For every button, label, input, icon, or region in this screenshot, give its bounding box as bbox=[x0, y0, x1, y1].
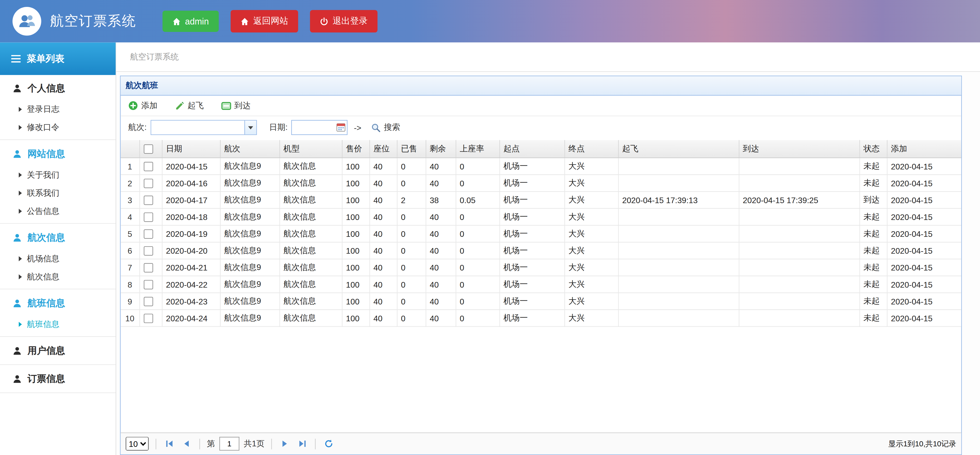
sidebar-divider bbox=[0, 336, 116, 337]
column-header[interactable]: 已售 bbox=[397, 140, 426, 158]
row-checkbox[interactable] bbox=[143, 229, 153, 239]
select-all-checkbox[interactable] bbox=[143, 145, 153, 154]
add-button[interactable]: 添加 bbox=[128, 100, 158, 111]
next-page-button[interactable] bbox=[279, 438, 291, 450]
voyage-select[interactable] bbox=[150, 120, 256, 135]
row-checkbox[interactable] bbox=[143, 297, 153, 306]
column-header[interactable]: 到达 bbox=[739, 140, 859, 158]
takeoff-button[interactable]: 起飞 bbox=[175, 100, 204, 111]
sidebar-section[interactable]: 订票信息 bbox=[0, 368, 116, 389]
search-button[interactable]: 搜索 bbox=[371, 122, 400, 133]
row-number-cell: 9 bbox=[121, 293, 139, 310]
cell-sold: 0 bbox=[397, 242, 426, 259]
cell-remain: 40 bbox=[426, 242, 456, 259]
cell-voyage: 航次信息9 bbox=[220, 293, 280, 310]
row-checkbox[interactable] bbox=[143, 313, 153, 323]
column-header[interactable]: 机型 bbox=[280, 140, 342, 158]
cell-origin: 机场一 bbox=[500, 192, 565, 208]
sidebar-item[interactable]: 登录日志 bbox=[0, 100, 116, 118]
row-checkbox[interactable] bbox=[143, 246, 153, 256]
app-window: 航空订票系统 admin 返回网站 退出登录 菜单列表 个人信息 bbox=[0, 0, 980, 455]
top-bar: 航空订票系统 admin 返回网站 退出登录 bbox=[0, 0, 980, 43]
cell-origin: 机场一 bbox=[500, 293, 565, 310]
triangle-icon bbox=[19, 256, 22, 261]
sidebar-section[interactable]: 网站信息 bbox=[0, 143, 116, 164]
filter-bar: 航次: 日期: -> bbox=[121, 116, 961, 140]
refresh-button[interactable] bbox=[323, 438, 335, 450]
calendar-icon[interactable] bbox=[336, 123, 346, 132]
row-checkbox[interactable] bbox=[143, 213, 153, 222]
sidebar-section[interactable]: 航班信息 bbox=[0, 293, 116, 313]
last-page-button[interactable] bbox=[296, 438, 308, 450]
cell-dest: 大兴 bbox=[564, 225, 618, 242]
cell-remain: 40 bbox=[426, 276, 456, 293]
row-checkbox[interactable] bbox=[143, 263, 153, 272]
back-to-site-button[interactable]: 返回网站 bbox=[231, 10, 298, 32]
cell-seats: 40 bbox=[369, 192, 397, 208]
table-row[interactable]: 92020-04-23航次信息9航次信息100400400机场一大兴未起2020… bbox=[121, 293, 961, 310]
sidebar-item[interactable]: 公告信息 bbox=[0, 202, 116, 220]
cell-date: 2020-04-19 bbox=[162, 225, 220, 242]
column-header[interactable]: 上座率 bbox=[455, 140, 499, 158]
person-icon bbox=[13, 233, 22, 242]
cell-date: 2020-04-20 bbox=[162, 242, 220, 259]
cell-added: 2020-04-15 bbox=[887, 276, 961, 293]
sidebar-item[interactable]: 航班信息 bbox=[0, 315, 116, 333]
admin-button[interactable]: admin bbox=[162, 11, 219, 32]
row-checkbox[interactable] bbox=[143, 179, 153, 188]
column-header[interactable]: 终点 bbox=[564, 140, 618, 158]
cell-voyage: 航次信息9 bbox=[220, 225, 280, 242]
row-checkbox-cell bbox=[139, 242, 162, 259]
arrive-button[interactable]: 到达 bbox=[221, 100, 251, 111]
combo-arrow-button[interactable] bbox=[244, 121, 256, 135]
triangle-icon bbox=[19, 107, 22, 112]
sidebar-item[interactable]: 联系我们 bbox=[0, 184, 116, 202]
table-row[interactable]: 52020-04-19航次信息9航次信息100400400机场一大兴未起2020… bbox=[121, 225, 961, 242]
cell-model: 航次信息 bbox=[280, 225, 342, 242]
column-header[interactable]: 状态 bbox=[859, 140, 887, 158]
first-page-button[interactable] bbox=[163, 438, 176, 450]
sidebar-section[interactable]: 航次信息 bbox=[0, 227, 116, 248]
sidebar-section[interactable]: 个人信息 bbox=[0, 78, 116, 99]
table-row[interactable]: 42020-04-18航次信息9航次信息100400400机场一大兴未起2020… bbox=[121, 208, 961, 225]
column-header[interactable]: 日期 bbox=[162, 140, 220, 158]
cell-takeoff bbox=[618, 276, 739, 293]
row-checkbox[interactable] bbox=[143, 162, 153, 171]
table-row[interactable]: 22020-04-16航次信息9航次信息100400400机场一大兴未起2020… bbox=[121, 175, 961, 191]
row-number-cell: 10 bbox=[121, 310, 139, 326]
table-row[interactable]: 12020-04-15航次信息9航次信息100400400机场一大兴未起2020… bbox=[121, 158, 961, 175]
column-header[interactable]: 起点 bbox=[500, 140, 565, 158]
sidebar-item[interactable]: 机场信息 bbox=[0, 249, 116, 267]
row-number-cell: 7 bbox=[121, 259, 139, 276]
column-header[interactable]: 剩余 bbox=[426, 140, 456, 158]
table-row[interactable]: 32020-04-17航次信息9航次信息100402380.05机场一大兴202… bbox=[121, 192, 961, 208]
voyage-select-input[interactable] bbox=[151, 121, 244, 135]
column-header[interactable]: 售价 bbox=[342, 140, 369, 158]
column-header[interactable]: 座位 bbox=[369, 140, 397, 158]
table-row[interactable]: 72020-04-21航次信息9航次信息100400400机场一大兴未起2020… bbox=[121, 259, 961, 276]
sidebar-item-label: 航班信息 bbox=[27, 318, 59, 330]
sidebar-item[interactable]: 航次信息 bbox=[0, 267, 116, 286]
sidebar-section[interactable]: 用户信息 bbox=[0, 340, 116, 361]
column-header[interactable]: 起飞 bbox=[618, 140, 739, 158]
table-row[interactable]: 102020-04-24航次信息9航次信息100400400机场一大兴未起202… bbox=[121, 310, 961, 326]
logout-button[interactable]: 退出登录 bbox=[310, 10, 377, 32]
row-checkbox[interactable] bbox=[143, 280, 153, 290]
table-row[interactable]: 82020-04-22航次信息9航次信息100400400机场一大兴未起2020… bbox=[121, 276, 961, 293]
triangle-icon bbox=[19, 172, 22, 177]
column-header[interactable]: 添加 bbox=[887, 140, 961, 158]
cell-voyage: 航次信息9 bbox=[220, 158, 280, 175]
app-title: 航空订票系统 bbox=[50, 12, 136, 30]
prev-page-button[interactable] bbox=[180, 438, 192, 450]
cell-arrive bbox=[739, 242, 859, 259]
page-size-select[interactable]: 10 bbox=[126, 437, 149, 451]
cell-arrive bbox=[739, 310, 859, 326]
sidebar-item[interactable]: 修改口令 bbox=[0, 118, 116, 136]
cell-arrive bbox=[739, 158, 859, 175]
page-number-input[interactable] bbox=[220, 437, 239, 451]
chevron-down-icon bbox=[248, 126, 253, 129]
sidebar-item[interactable]: 关于我们 bbox=[0, 165, 116, 184]
column-header[interactable]: 航次 bbox=[220, 140, 280, 158]
row-checkbox[interactable] bbox=[143, 196, 153, 205]
table-row[interactable]: 62020-04-20航次信息9航次信息100400400机场一大兴未起2020… bbox=[121, 242, 961, 259]
